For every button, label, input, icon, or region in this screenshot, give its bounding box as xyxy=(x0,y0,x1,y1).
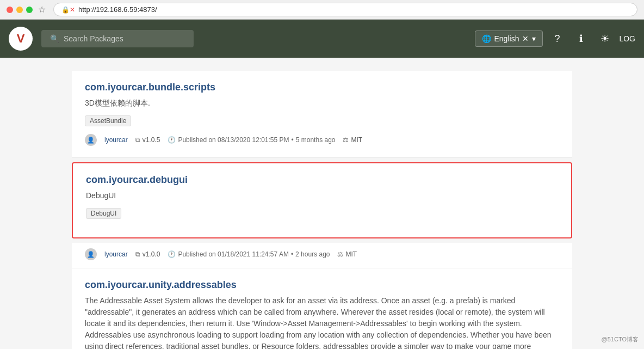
package-card-3: com.iyourcar.unity.addressables The Addr… xyxy=(72,268,572,349)
address-bar[interactable]: 🔒✕ http://192.168.6.59:4873/ xyxy=(53,3,637,16)
package-tags: AssetBundle xyxy=(85,115,559,126)
security-icon: 🔒✕ xyxy=(61,6,75,14)
sun-icon: ☀ xyxy=(600,33,609,45)
package-meta-2: 👤 lyourcar ⧉ v1.0.0 🕐 Published on 01/18… xyxy=(72,243,572,268)
nav-logo[interactable]: V xyxy=(9,27,33,51)
info-button[interactable]: ℹ xyxy=(571,29,591,48)
theme-button[interactable]: ☀ xyxy=(595,29,615,48)
copies-icon: ⧉ xyxy=(135,250,140,258)
package-name[interactable]: com.iyourcar.debugui xyxy=(86,174,558,186)
lang-chevron-icon: ▾ xyxy=(532,34,536,43)
avatar-icon: 👤 xyxy=(87,251,95,258)
package-meta: 👤 lyourcar ⧉ v1.0.5 🕐 Published on 08/13… xyxy=(85,134,559,146)
meta-copies: ⧉ v1.0.0 xyxy=(135,250,160,258)
user-avatar: 👤 xyxy=(85,248,97,260)
meta-license: ⚖ MIT xyxy=(337,250,357,258)
meta-time: 🕐 Published on 01/18/2021 11:24:57 AM • … xyxy=(168,250,330,258)
login-button[interactable]: LOG xyxy=(619,34,635,43)
top-nav: V 🔍 Search Packages 🌐 English ✕ ▾ ? ℹ ☀ … xyxy=(0,20,644,58)
package-tags: DebugUI xyxy=(86,208,558,219)
package-name[interactable]: com.iyourcar.unity.addressables xyxy=(85,279,559,291)
browser-bar: ☆ 🔒✕ http://192.168.6.59:4873/ xyxy=(0,0,644,20)
separator: • xyxy=(292,136,294,144)
meta-version: v1.0.0 xyxy=(143,250,160,258)
main-content: com.iyourcar.bundle.scripts 3D模型依赖的脚本. A… xyxy=(61,58,583,349)
meta-license-label: MIT xyxy=(351,136,362,144)
meta-published: Published on 01/18/2021 11:24:57 AM xyxy=(178,250,289,258)
package-name[interactable]: com.iyourcar.bundle.scripts xyxy=(85,82,559,93)
clock-icon: 🕐 xyxy=(168,250,176,258)
language-label: English xyxy=(494,34,519,43)
url-text: http://192.168.6.59:4873/ xyxy=(78,5,157,14)
scale-icon: ⚖ xyxy=(343,136,349,144)
user-avatar: 👤 xyxy=(85,134,97,146)
question-icon: ? xyxy=(554,33,560,45)
bookmark-icon[interactable]: ☆ xyxy=(38,4,46,15)
info-icon: ℹ xyxy=(579,33,583,45)
package-description: The Addressable Asset System allows the … xyxy=(85,295,559,349)
language-button[interactable]: 🌐 English ✕ ▾ xyxy=(475,30,543,47)
meta-license-label: MIT xyxy=(345,250,357,258)
globe-icon: 🌐 xyxy=(482,34,491,43)
nav-actions: 🌐 English ✕ ▾ ? ℹ ☀ LOG xyxy=(475,29,636,48)
close-button[interactable] xyxy=(7,7,13,13)
meta-license: ⚖ MIT xyxy=(343,136,362,144)
minimize-button[interactable] xyxy=(16,7,23,13)
meta-time-ago: 5 months ago xyxy=(296,136,336,144)
meta-version: v1.0.5 xyxy=(143,136,160,144)
search-placeholder-text: Search Packages xyxy=(64,34,123,43)
search-icon: 🔍 xyxy=(50,34,59,43)
meta-time-ago: 2 hours ago xyxy=(295,250,330,258)
clock-icon: 🕐 xyxy=(168,136,176,144)
avatar-icon: 👤 xyxy=(87,137,95,144)
package-description: DebugUI xyxy=(86,190,558,201)
package-card: com.iyourcar.bundle.scripts 3D模型依赖的脚本. A… xyxy=(72,71,572,157)
watermark: @51CTO博客 xyxy=(602,335,639,344)
lang-close-icon: ✕ xyxy=(522,34,529,43)
meta-copies: ⧉ v1.0.5 xyxy=(135,136,160,144)
copies-icon: ⧉ xyxy=(135,136,140,144)
browser-controls xyxy=(7,7,33,13)
scale-icon: ⚖ xyxy=(337,250,343,258)
meta-username[interactable]: lyourcar xyxy=(104,136,128,144)
search-bar[interactable]: 🔍 Search Packages xyxy=(41,30,194,47)
help-button[interactable]: ? xyxy=(547,29,567,48)
maximize-button[interactable] xyxy=(26,7,33,13)
separator: • xyxy=(291,250,293,258)
tag-item[interactable]: DebugUI xyxy=(86,208,121,219)
tag-item[interactable]: AssetBundle xyxy=(85,115,131,126)
divider xyxy=(72,157,572,158)
logo-text: V xyxy=(17,32,25,46)
meta-username[interactable]: lyourcar xyxy=(104,250,128,258)
package-description: 3D模型依赖的脚本. xyxy=(85,97,559,109)
meta-published: Published on 08/13/2020 12:01:55 PM xyxy=(178,136,289,144)
package-card-highlighted: com.iyourcar.debugui DebugUI DebugUI xyxy=(72,162,572,238)
meta-time: 🕐 Published on 08/13/2020 12:01:55 PM • … xyxy=(168,136,335,144)
